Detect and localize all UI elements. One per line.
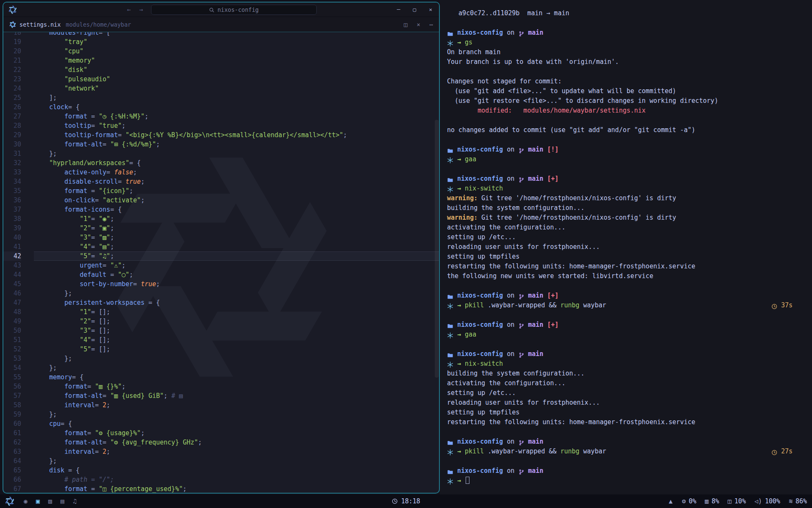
- line-number[interactable]: 52: [3, 345, 21, 354]
- code-line[interactable]: };: [34, 456, 439, 466]
- line-number[interactable]: 35: [3, 186, 21, 196]
- line-number[interactable]: 60: [3, 419, 21, 428]
- line-number[interactable]: 61: [3, 428, 21, 438]
- code-line[interactable]: "5"= "♫";: [34, 251, 439, 261]
- line-number[interactable]: 36: [3, 196, 21, 205]
- code-line[interactable]: active-only= false;: [34, 168, 439, 177]
- close-tab-button[interactable]: ×: [417, 21, 420, 28]
- close-window-button[interactable]: ×: [429, 6, 432, 13]
- line-number[interactable]: 19: [3, 37, 21, 47]
- code-line[interactable]: format-alt= "▥ {used} GiB"; # ▤: [34, 391, 439, 400]
- nix-launcher-icon[interactable]: [5, 497, 14, 506]
- workspace-4-icon[interactable]: ▤: [60, 497, 64, 505]
- line-number[interactable]: 46: [3, 289, 21, 298]
- code-line[interactable]: tooltip= "true";: [34, 121, 439, 130]
- line-number[interactable]: 49: [3, 317, 21, 326]
- code-line[interactable]: "4"= [];: [34, 335, 439, 345]
- line-number[interactable]: 21: [3, 56, 21, 65]
- code-line[interactable]: };: [34, 289, 439, 298]
- line-number[interactable]: 58: [3, 400, 21, 410]
- line-number[interactable]: 25: [3, 93, 21, 102]
- code-line[interactable]: };: [34, 410, 439, 419]
- code-line[interactable]: "network": [34, 84, 439, 93]
- waybar-module-pulseaudio[interactable]: ◁)100%: [754, 497, 780, 505]
- nav-back-button[interactable]: ←: [127, 6, 131, 14]
- code-line[interactable]: clock= {: [34, 102, 439, 112]
- workspace-3-icon[interactable]: ▨: [48, 497, 52, 505]
- code-line[interactable]: memory= {: [34, 373, 439, 382]
- code-line[interactable]: format-alt= "⊞ {:%d/%m}";: [34, 140, 439, 149]
- line-number[interactable]: 39: [3, 224, 21, 233]
- line-number[interactable]: 29: [3, 130, 21, 140]
- line-number[interactable]: 34: [3, 177, 21, 186]
- code-line[interactable]: "3"= "▨";: [34, 233, 439, 242]
- code-line[interactable]: "1"= [];: [34, 307, 439, 317]
- scrollbar-thumb[interactable]: [435, 120, 439, 378]
- code-line[interactable]: "2"= [];: [34, 317, 439, 326]
- code-line[interactable]: default = "◯";: [34, 270, 439, 279]
- project-search[interactable]: nixos-config: [151, 5, 317, 15]
- editor-titlebar[interactable]: ← → nixos-config ─ ▢ ×: [3, 3, 439, 17]
- waybar-module-cpu[interactable]: ⚙0%: [682, 497, 696, 505]
- line-number[interactable]: 43: [3, 261, 21, 270]
- tray-icon-1[interactable]: ▲: [669, 497, 672, 505]
- code-line[interactable]: };: [34, 354, 439, 363]
- code-line[interactable]: format= "▥ {}%";: [34, 382, 439, 391]
- code-line[interactable]: "cpu": [34, 47, 439, 56]
- line-number[interactable]: 38: [3, 214, 21, 224]
- line-number[interactable]: 59: [3, 410, 21, 419]
- code-line[interactable]: "hyprland/workspaces"= {: [34, 158, 439, 168]
- line-number[interactable]: 62: [3, 438, 21, 447]
- code-line[interactable]: tooltip-format= "<big>{:%Y %B}</big>\n<t…: [34, 130, 439, 140]
- workspace-5-icon[interactable]: ♫: [73, 497, 77, 505]
- code-line[interactable]: disable-scroll= true;: [34, 177, 439, 186]
- line-number[interactable]: 45: [3, 279, 21, 289]
- code-area[interactable]: 1819202122232425262728293031323334353637…: [3, 32, 439, 493]
- line-number[interactable]: 64: [3, 456, 21, 466]
- waybar-module-disk[interactable]: ◫10%: [728, 497, 746, 505]
- code-line[interactable]: modules-right= [: [34, 32, 439, 37]
- tab-settings-nix[interactable]: settings.nix modules/home/waybar: [9, 21, 131, 28]
- line-number[interactable]: 32: [3, 158, 21, 168]
- line-number[interactable]: 20: [3, 47, 21, 56]
- line-number[interactable]: 51: [3, 335, 21, 345]
- code-line[interactable]: ];: [34, 93, 439, 102]
- line-number[interactable]: 28: [3, 121, 21, 130]
- line-number[interactable]: 57: [3, 391, 21, 400]
- code-line[interactable]: urgent= "⚠";: [34, 261, 439, 270]
- line-number[interactable]: 48: [3, 307, 21, 317]
- code-line[interactable]: };: [34, 149, 439, 158]
- code-line[interactable]: interval= 2;: [34, 400, 439, 410]
- clock-module[interactable]: 18:18: [392, 497, 420, 505]
- code-line[interactable]: persistent-workspaces = {: [34, 298, 439, 307]
- line-number[interactable]: 24: [3, 84, 21, 93]
- code-line[interactable]: "pulseaudio": [34, 75, 439, 84]
- code-line[interactable]: cpu= {: [34, 419, 439, 428]
- line-number[interactable]: 53: [3, 354, 21, 363]
- terminal-window[interactable]: a9c0c72..d11029b main → main nixos-confi…: [440, 0, 812, 494]
- code-line[interactable]: "3"= [];: [34, 326, 439, 335]
- minimize-button[interactable]: ─: [397, 6, 401, 13]
- code-line[interactable]: on-click= "activate";: [34, 196, 439, 205]
- code-line[interactable]: sort-by-number= true;: [34, 279, 439, 289]
- line-number[interactable]: 26: [3, 102, 21, 112]
- line-number[interactable]: 40: [3, 233, 21, 242]
- code-line[interactable]: # path = "/";: [34, 475, 439, 484]
- line-number[interactable]: 67: [3, 484, 21, 493]
- line-number[interactable]: 63: [3, 447, 21, 456]
- line-number[interactable]: 54: [3, 363, 21, 373]
- line-number[interactable]: 33: [3, 168, 21, 177]
- line-number[interactable]: 30: [3, 140, 21, 149]
- line-number[interactable]: 44: [3, 270, 21, 279]
- waybar-module-network[interactable]: ≋86%: [789, 497, 807, 505]
- code-line[interactable]: disk = {: [34, 466, 439, 475]
- nav-forward-button[interactable]: →: [139, 6, 143, 14]
- code-line[interactable]: interval= 2;: [34, 447, 439, 456]
- waybar-module-memory[interactable]: ▥8%: [705, 497, 719, 505]
- line-number[interactable]: 18: [3, 32, 21, 37]
- workspace-2-icon[interactable]: ▣: [36, 497, 40, 505]
- code-line[interactable]: format = "◷ {:%H:%M}";: [34, 112, 439, 121]
- code-line[interactable]: };: [34, 363, 439, 373]
- workspace-1-icon[interactable]: ◉: [24, 497, 27, 505]
- code-line[interactable]: "tray": [34, 37, 439, 47]
